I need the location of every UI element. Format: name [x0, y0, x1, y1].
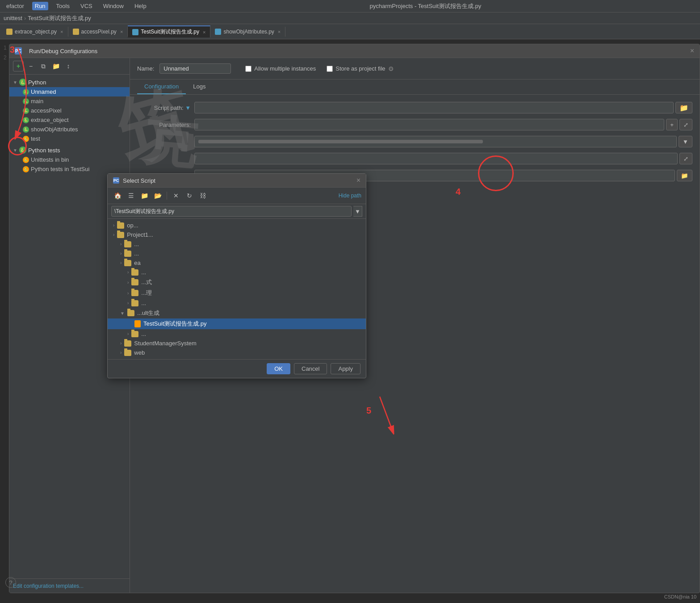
help-button[interactable]: ?: [5, 577, 16, 588]
allow-multiple-checkbox[interactable]: [245, 66, 251, 72]
menu-vcs[interactable]: VCS: [78, 2, 95, 10]
menu-tools[interactable]: Tools: [54, 2, 72, 10]
ss-tree-item-web[interactable]: › web: [108, 348, 366, 357]
ss-toolbar-refresh[interactable]: ↻: [184, 190, 195, 201]
ss-path-dropdown[interactable]: ▼: [353, 206, 362, 217]
tree-item-accesspixel[interactable]: 🐍 accessPixel: [9, 106, 130, 115]
ss-tree-label-project1: Project1...: [127, 231, 153, 238]
ss-tree-item-shi[interactable]: › ...式: [108, 277, 366, 288]
tab-icon-extrace: [6, 29, 13, 35]
edit-templates-link[interactable]: Edit configuration templates...: [13, 583, 84, 589]
name-input-field[interactable]: [159, 63, 231, 74]
ss-tree-item-li[interactable]: › ...理: [108, 288, 366, 298]
tree-item-unnamed-label: Unnamed: [31, 88, 56, 95]
parameters-expand-button[interactable]: ⤢: [679, 119, 692, 130]
tree-item-test[interactable]: 🐍 test: [9, 134, 130, 143]
remove-config-button[interactable]: −: [25, 61, 36, 71]
breadcrumb-item-1[interactable]: unittest: [4, 15, 22, 21]
script-path-input[interactable]: [194, 102, 674, 113]
tab-bar: extrace_object.py × accessPixel.py × Tes…: [0, 24, 700, 39]
store-project-file-checkbox[interactable]: [327, 66, 333, 72]
extra-input-2[interactable]: [194, 153, 678, 164]
ss-tree-item-sub5[interactable]: › ...: [108, 329, 366, 339]
tab-close-showobj[interactable]: ×: [278, 29, 281, 34]
extra-browse-3[interactable]: 📁: [677, 170, 692, 181]
ss-tree-item-sub2[interactable]: › ...: [108, 249, 366, 258]
menu-help[interactable]: Help: [132, 2, 149, 10]
config-footer: Edit configuration templates...: [9, 578, 130, 593]
select-script-dialog: PC Select Script × 🏠 ☰ 📁 📂 ✕ ↻ ⛓ Hide pa…: [107, 173, 366, 378]
menu-refactor[interactable]: efactor: [4, 2, 27, 10]
env-dropdown-button[interactable]: ▼: [679, 136, 692, 147]
ss-tree-label-testsuit-py: TestSuit测试报告生成.py: [143, 320, 207, 328]
unnamed-icon: 🐍: [23, 89, 29, 95]
ss-toolbar-home[interactable]: 🏠: [112, 190, 123, 201]
parameters-row: Parameters: + ⤢: [137, 119, 692, 130]
ss-tree-item-sub4[interactable]: › ...: [108, 298, 366, 308]
chevron-sub4: ›: [127, 301, 129, 306]
extra-expand-2[interactable]: ⤢: [679, 153, 692, 164]
ss-tree-item-student[interactable]: › StudentManagerSystem: [108, 339, 366, 348]
ss-tree-item-ult[interactable]: ▼ ...ult生成: [108, 308, 366, 318]
python-tests-group-header[interactable]: ▼ 🐍 Python tests: [9, 145, 130, 155]
ss-toolbar-link[interactable]: ⛓: [197, 190, 208, 201]
menu-window[interactable]: Window: [101, 2, 126, 10]
tree-item-unittests[interactable]: 🐍 Unittests in bin: [9, 155, 130, 164]
tab-label-showobj: showObjAttributes.py: [223, 29, 274, 35]
parameters-input[interactable]: [194, 119, 664, 130]
breadcrumb-item-2[interactable]: TestSuit测试报告生成.py: [28, 14, 91, 22]
tab-access-pixel[interactable]: accessPixel.py ×: [68, 27, 128, 37]
add-config-button[interactable]: +: [13, 61, 24, 71]
tab-icon-access: [73, 29, 79, 35]
tab-showobj[interactable]: showObjAttributes.py ×: [210, 27, 285, 37]
tab-extrace-object[interactable]: extrace_object.py ×: [2, 27, 68, 37]
menu-run[interactable]: Run: [32, 2, 48, 10]
tab-testsuit[interactable]: TestSuit测试报告生成.py ×: [128, 25, 210, 38]
ss-apply-button[interactable]: Apply: [331, 363, 360, 374]
ss-ok-button[interactable]: OK: [267, 363, 290, 374]
panel-tab-configuration[interactable]: Configuration: [137, 80, 186, 94]
ss-tree-item-sub3[interactable]: › ...: [108, 268, 366, 277]
line-num-1: 1: [4, 45, 7, 51]
folder-config-button[interactable]: 📁: [50, 61, 61, 71]
parameters-add-button[interactable]: +: [666, 119, 678, 130]
tree-item-showobj[interactable]: 🐍 showObjAttributes: [9, 125, 130, 134]
ss-toolbar-folder[interactable]: 📁: [139, 190, 150, 201]
copy-config-button[interactable]: ⧉: [38, 61, 49, 71]
panel-tab-logs[interactable]: Logs: [186, 80, 213, 94]
script-path-browse-button[interactable]: 📁: [675, 102, 692, 113]
python-chevron: ▼: [13, 80, 17, 85]
tree-item-python-tests-testsuit[interactable]: 🐍 Python tests in TestSui: [9, 164, 130, 174]
ss-toolbar-view[interactable]: ☰: [126, 190, 136, 201]
ss-tree-item-sub1[interactable]: › ...: [108, 239, 366, 249]
tab-label-access: accessPixel.py: [81, 29, 117, 35]
ss-close-button[interactable]: ×: [356, 176, 360, 184]
ss-cancel-button[interactable]: Cancel: [294, 363, 327, 374]
gear-icon[interactable]: ⚙: [388, 65, 394, 72]
ss-tree-item-testsuit-py[interactable]: TestSuit测试报告生成.py: [108, 318, 366, 329]
test-icon: 🐍: [23, 136, 29, 142]
ss-hide-path-link[interactable]: Hide path: [339, 193, 361, 199]
tree-item-main[interactable]: 🐍 main: [9, 96, 130, 106]
ss-toolbar-close[interactable]: ✕: [171, 190, 181, 201]
tree-item-accesspixel-label: accessPixel: [31, 107, 62, 114]
tab-close-extrace[interactable]: ×: [60, 29, 63, 34]
python-group-label: Python: [28, 79, 46, 86]
sort-config-button[interactable]: ↕: [63, 61, 74, 71]
dialog-title-icon: PC: [15, 47, 22, 54]
dialog-close-button[interactable]: ×: [690, 47, 694, 55]
tree-item-unnamed[interactable]: 🐍 Unnamed: [9, 87, 130, 96]
ss-tree-label-ult: ...ult生成: [137, 309, 160, 317]
tree-item-main-label: main: [31, 98, 43, 105]
python-group-header[interactable]: ▼ 🐍 Python: [9, 77, 130, 87]
ss-tree-item-ea[interactable]: › ea: [108, 258, 366, 268]
tree-item-extrace[interactable]: 🐍 extrace_object: [9, 115, 130, 125]
script-path-dropdown-arrow[interactable]: ▼: [185, 105, 191, 111]
ss-toolbar-folder-add[interactable]: 📂: [152, 190, 163, 201]
ss-path-input[interactable]: [111, 206, 352, 217]
folder-icon-web: [124, 350, 131, 356]
ss-tree-item-op[interactable]: › op...: [108, 221, 366, 230]
ss-tree-item-project1[interactable]: › Project1...: [108, 230, 366, 239]
tab-close-access[interactable]: ×: [120, 29, 123, 34]
tab-close-testsuit[interactable]: ×: [203, 29, 205, 35]
